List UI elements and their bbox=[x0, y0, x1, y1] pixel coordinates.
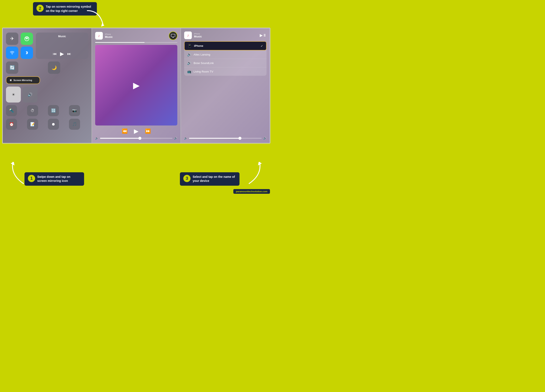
p3-header-info: iPhone Music bbox=[194, 33, 258, 38]
step1-number: 1 bbox=[28, 175, 35, 182]
panel3-device-list: ♪ iPhone Music ▶⏸ 📱 iPhone ✓ 🔊 Altec Lan… bbox=[181, 28, 270, 143]
p2-volume-row: 🔈 🔊 bbox=[95, 137, 178, 140]
cc-music-widget: Music ⏮ ▶ ⏭ bbox=[36, 33, 88, 59]
device-item-bose[interactable]: 🔊 Bose SoundLink bbox=[184, 59, 266, 67]
p2-play-btn[interactable]: ▶ bbox=[134, 128, 139, 135]
p3-vol-fill bbox=[189, 138, 240, 139]
p2-header-info: iPhone Music bbox=[105, 33, 167, 38]
p3-app-name: Music bbox=[194, 35, 258, 38]
device-item-altec[interactable]: 🔊 Altec Lansing bbox=[184, 50, 266, 59]
wifi-icon-btn[interactable] bbox=[6, 47, 18, 59]
screen-mirroring-btn[interactable]: 🖥 Screen Mirroring bbox=[6, 76, 40, 84]
p2-rewind-btn[interactable]: ⏪ bbox=[122, 128, 128, 134]
altec-device-name: Altec Lansing bbox=[193, 53, 264, 56]
tv-device-icon: 📺 bbox=[187, 70, 191, 74]
svg-point-2 bbox=[26, 38, 27, 39]
calculator-btn[interactable]: 🔢 bbox=[48, 105, 59, 116]
page-background: 2 Tap on screen mirroring symbol on the … bbox=[0, 0, 272, 196]
play-btn[interactable]: ▶ bbox=[60, 51, 64, 57]
step1-callout: 1 Swipe down and tap on screen mirroring… bbox=[25, 172, 84, 186]
p2-fastforward-btn[interactable]: ⏩ bbox=[145, 128, 151, 134]
rotation-lock-btn[interactable]: 🔄 bbox=[6, 61, 18, 74]
p2-music-icon: ♪ bbox=[95, 32, 103, 40]
tv-device-name: Living Room TV bbox=[193, 70, 264, 73]
arrow-step2 bbox=[83, 6, 109, 30]
step2-number: 2 bbox=[36, 5, 44, 12]
website-footer: paramounttechsolution.com bbox=[233, 189, 270, 194]
cc-row2: 🔄 🌙 bbox=[6, 61, 88, 74]
screen-mirroring-label: Screen Mirroring bbox=[13, 79, 32, 81]
svg-marker-4 bbox=[172, 36, 174, 38]
next-btn[interactable]: ⏭ bbox=[67, 52, 71, 56]
timer-btn[interactable]: ⏱ bbox=[27, 105, 38, 116]
airplane-mode-btn[interactable]: ✈ bbox=[6, 33, 18, 45]
p3-vol-min-icon: 🔈 bbox=[184, 137, 187, 140]
cc-bottom-row: 🔦 ⏱ 🔢 📷 bbox=[6, 105, 88, 116]
shazam-btn[interactable]: 🎵 bbox=[69, 119, 80, 130]
screenshot-area: ✈ bbox=[2, 28, 270, 144]
bose-device-icon: 🔊 bbox=[187, 61, 191, 65]
airplay-device-list: 📱 iPhone ✓ 🔊 Altec Lansing 🔊 Bose SoundL… bbox=[184, 41, 266, 76]
prev-btn[interactable]: ⏮ bbox=[53, 52, 57, 56]
device-item-iphone[interactable]: 📱 iPhone ✓ bbox=[184, 41, 266, 50]
arrow-step3 bbox=[245, 158, 266, 186]
p2-controls: ⏪ ▶ ⏩ bbox=[95, 128, 178, 135]
step3-text: Select and tap on the name of your devic… bbox=[193, 175, 236, 183]
do-not-disturb-btn[interactable]: 🌙 bbox=[48, 61, 60, 74]
record-btn[interactable]: ⏺ bbox=[48, 119, 59, 130]
p3-playback-controls: ▶⏸ bbox=[260, 33, 266, 38]
cc-controls-row: ☀ 🔊 bbox=[6, 87, 88, 103]
alarm-btn[interactable]: ⏰ bbox=[6, 119, 17, 130]
cc-music-title: Music bbox=[39, 35, 85, 38]
panel3-header: ♪ iPhone Music ▶⏸ bbox=[184, 31, 266, 39]
panel2-now-playing: ♪ iPhone Music ▶ ⏪ bbox=[92, 28, 181, 143]
svg-point-3 bbox=[12, 54, 12, 55]
p3-volume-bar[interactable] bbox=[189, 138, 262, 139]
flashlight-btn[interactable]: 🔦 bbox=[6, 105, 17, 116]
step3-callout: 3 Select and tap on the name of your dev… bbox=[180, 172, 240, 186]
p2-album-art: ▶ bbox=[95, 45, 178, 126]
airplay-button[interactable] bbox=[169, 31, 177, 40]
panel2-header: ♪ iPhone Music bbox=[95, 31, 178, 40]
step1-text: Swipe down and tap on screen mirroring i… bbox=[37, 175, 81, 183]
p3-device-label: iPhone bbox=[194, 33, 258, 35]
notes-btn[interactable]: 📝 bbox=[27, 119, 38, 130]
camera-btn[interactable]: 📷 bbox=[69, 105, 80, 116]
cc-top-row: ✈ bbox=[6, 33, 88, 59]
cc-music-controls: ⏮ ▶ ⏭ bbox=[39, 51, 85, 57]
p2-device-label: iPhone bbox=[105, 33, 167, 35]
p2-progress-bar bbox=[95, 42, 178, 43]
p2-vol-max-icon: 🔊 bbox=[174, 137, 177, 140]
p3-music-icon: ♪ bbox=[184, 31, 192, 39]
iphone-check: ✓ bbox=[260, 44, 263, 48]
cc-extra-row: ⏰ 📝 ⏺ 🎵 bbox=[6, 119, 88, 130]
p3-vol-max-icon: 🔊 bbox=[263, 137, 266, 140]
p3-vol-thumb bbox=[238, 137, 242, 140]
brightness-slider[interactable]: ☀ bbox=[6, 87, 21, 103]
p2-volume-bar[interactable] bbox=[100, 138, 173, 139]
iphone-device-name: iPhone bbox=[194, 44, 259, 48]
device-item-tv[interactable]: 📺 Living Room TV bbox=[184, 67, 266, 76]
bluetooth-btn[interactable] bbox=[21, 47, 33, 59]
altec-device-icon: 🔊 bbox=[187, 53, 191, 57]
wifi-btn[interactable] bbox=[21, 33, 33, 45]
p2-app-name: Music bbox=[105, 35, 167, 38]
volume-slider[interactable]: 🔊 bbox=[23, 87, 37, 103]
cc-icons-grid: ✈ bbox=[6, 33, 34, 59]
screen-mirroring-icon: 🖥 bbox=[9, 79, 12, 81]
panel1-control-center: ✈ bbox=[3, 28, 92, 143]
p2-progress-fill bbox=[95, 42, 145, 43]
iphone-device-icon: 📱 bbox=[188, 44, 192, 48]
p2-vol-fill bbox=[100, 138, 140, 139]
p3-volume-row: 🔈 🔊 bbox=[184, 137, 266, 140]
p2-vol-min-icon: 🔈 bbox=[95, 137, 98, 140]
p2-vol-thumb bbox=[138, 137, 141, 140]
step3-number: 3 bbox=[183, 175, 191, 182]
bose-device-name: Bose SoundLink bbox=[193, 61, 264, 65]
